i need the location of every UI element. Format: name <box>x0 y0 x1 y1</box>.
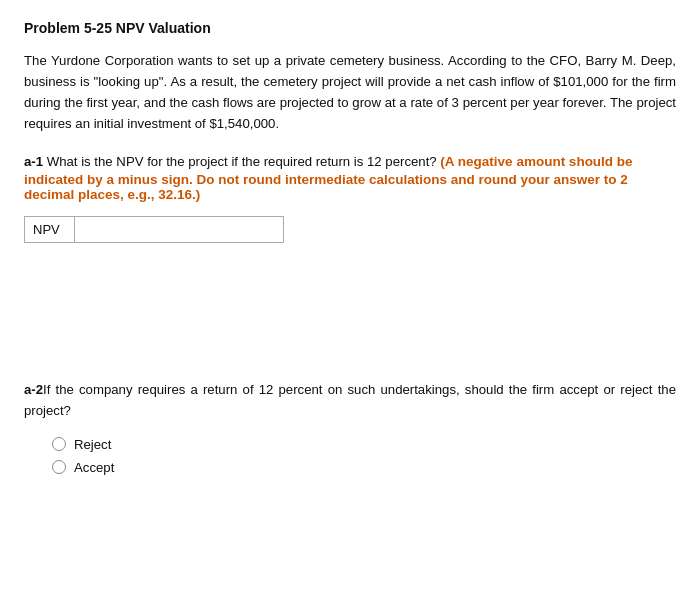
page-container: Problem 5-25 NPV Valuation The Yurdone C… <box>0 0 700 600</box>
sub-question-a2-label: a-2 <box>24 382 43 397</box>
sub-question-a1: a-1 What is the NPV for the project if t… <box>24 151 676 202</box>
sub-question-a2: a-2If the company requires a return of 1… <box>24 379 676 421</box>
radio-reject-label: Reject <box>74 437 111 452</box>
radio-accept-label: Accept <box>74 460 114 475</box>
npv-input[interactable] <box>75 217 275 242</box>
radio-circle-accept <box>52 460 66 474</box>
radio-accept[interactable]: Accept <box>52 460 676 475</box>
sub-question-a2-text: If the company requires a return of 12 p… <box>24 382 676 418</box>
sub-question-a1-text-normal: What is the NPV for the project if the r… <box>43 154 440 169</box>
radio-reject[interactable]: Reject <box>52 437 676 452</box>
radio-group: Reject Accept <box>52 437 676 475</box>
sub-question-a1-label: a-1 <box>24 154 43 169</box>
radio-circle-reject <box>52 437 66 451</box>
spacer <box>24 249 676 379</box>
npv-label: NPV <box>25 217 75 242</box>
problem-title: Problem 5-25 NPV Valuation <box>24 20 676 36</box>
npv-input-row: NPV <box>24 216 284 243</box>
problem-description: The Yurdone Corporation wants to set up … <box>24 50 676 135</box>
